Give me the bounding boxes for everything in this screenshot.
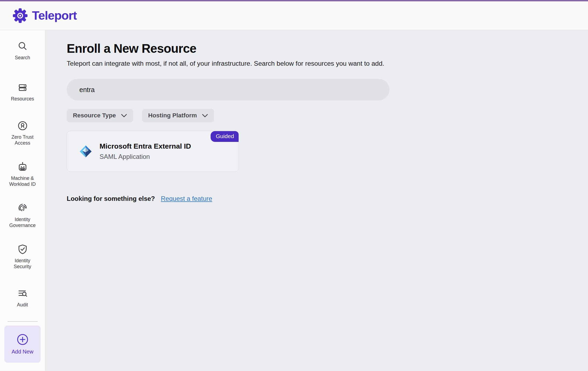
sidebar-item-identity-security[interactable]: Identity Security xyxy=(0,236,45,277)
hosting-platform-filter-button[interactable]: Hosting Platform xyxy=(142,109,214,122)
plus-circle-icon xyxy=(17,334,29,345)
filter-row: Resource Type Hosting Platform xyxy=(67,109,572,122)
sidebar-item-zero-trust-access[interactable]: Zero Trust Access xyxy=(0,113,45,154)
add-new-label: Add New xyxy=(12,349,33,355)
resource-card-subtitle: SAML Application xyxy=(100,153,191,160)
feature-request-row: Looking for something else? Request a fe… xyxy=(67,195,572,202)
search-icon xyxy=(17,41,28,52)
topbar: Teleport xyxy=(0,1,588,30)
hosting-platform-filter-label: Hosting Platform xyxy=(148,112,197,119)
sidebar-item-search[interactable]: Search xyxy=(0,30,45,71)
chevron-down-icon xyxy=(202,114,208,117)
resource-card-text: Microsoft Entra External ID SAML Applica… xyxy=(100,142,191,160)
feature-request-question: Looking for something else? xyxy=(67,195,155,202)
sidebar-item-label: Audit xyxy=(17,302,28,308)
sidebar-item-label: Identity Security xyxy=(7,258,38,270)
server-stack-icon xyxy=(17,82,28,93)
sidebar: Search Resources Zero Trust Access xyxy=(0,30,45,371)
resource-card-microsoft-entra-external-id[interactable]: Guided Microsoft Entra External ID SAML … xyxy=(67,131,239,172)
sidebar-item-audit[interactable]: Audit xyxy=(0,277,45,318)
sidebar-item-label: Machine & Workload ID xyxy=(7,176,38,187)
resource-type-filter-label: Resource Type xyxy=(73,112,116,119)
fingerprint-icon xyxy=(17,202,28,214)
guided-badge: Guided xyxy=(211,131,239,142)
resource-card-title: Microsoft Entra External ID xyxy=(100,142,191,150)
sidebar-item-label: Identity Governance xyxy=(7,217,38,229)
sidebar-divider xyxy=(8,321,38,322)
brand-name: Teleport xyxy=(32,9,77,23)
sidebar-item-identity-governance[interactable]: Identity Governance xyxy=(0,195,45,236)
sidebar-item-machine-workload-id[interactable]: Machine & Workload ID xyxy=(0,154,45,195)
shield-check-icon xyxy=(17,244,28,255)
list-search-icon xyxy=(17,288,28,299)
chevron-down-icon xyxy=(121,114,127,117)
sidebar-item-label: Zero Trust Access xyxy=(7,134,38,146)
add-new-button[interactable]: Add New xyxy=(4,326,41,363)
sidebar-item-label: Search xyxy=(15,55,30,61)
request-a-feature-link[interactable]: Request a feature xyxy=(161,195,212,202)
entra-diamond-icon xyxy=(79,145,92,158)
teleport-logo[interactable]: Teleport xyxy=(12,8,77,24)
page-title: Enroll a New Resource xyxy=(67,41,572,56)
gear-icon xyxy=(12,8,28,24)
resource-type-filter-button[interactable]: Resource Type xyxy=(67,109,133,122)
sidebar-item-label: Resources xyxy=(11,96,34,102)
sidebar-item-resources[interactable]: Resources xyxy=(0,71,45,113)
main-content: Enroll a New Resource Teleport can integ… xyxy=(45,30,588,371)
resource-search-box xyxy=(67,79,389,100)
robot-icon xyxy=(17,161,28,173)
resource-search-input[interactable] xyxy=(77,86,379,94)
keyhole-circle-icon xyxy=(17,120,28,131)
page-subtitle: Teleport can integrate with most, if not… xyxy=(67,60,572,67)
